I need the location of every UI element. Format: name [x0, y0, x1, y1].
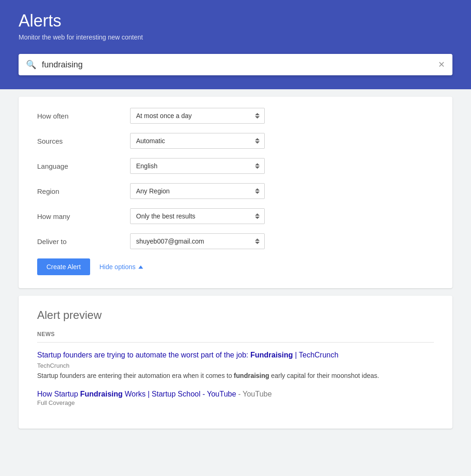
secondary-title-source: - YouTube — [238, 390, 272, 398]
news-source: TechCrunch — [37, 362, 434, 369]
sources-label: Sources — [37, 137, 130, 145]
region-label: Region — [37, 187, 130, 195]
news-desc-bold: fundraising — [234, 372, 269, 379]
deliver-to-select[interactable]: shuyeb007@gmail.com — [130, 233, 265, 249]
action-row: Create Alert Hide options — [37, 258, 434, 275]
region-row: Region Any Region United States United K… — [37, 183, 434, 199]
region-select[interactable]: Any Region United States United Kingdom — [130, 183, 265, 199]
create-alert-button[interactable]: Create Alert — [37, 258, 90, 275]
preview-title: Alert preview — [37, 309, 434, 322]
sources-select[interactable]: Automatic Blogs News Web Video Books Dis… — [130, 133, 265, 149]
news-desc: Startup founders are entering their auto… — [37, 371, 434, 381]
header: Alerts Monitor the web for interesting n… — [0, 0, 471, 54]
clear-icon[interactable]: ✕ — [438, 60, 445, 70]
secondary-title-bold: Fundraising — [80, 390, 123, 398]
language-row: Language English Spanish French German — [37, 158, 434, 174]
news-desc-plain: Startup founders are entering their auto… — [37, 372, 234, 379]
news-title-bold: Fundraising — [250, 351, 293, 359]
news-item-primary: Startup founders are trying to automate … — [37, 350, 434, 381]
page-subtitle: Monitor the web for interesting new cont… — [19, 33, 452, 41]
full-coverage-label: Full Coverage — [37, 399, 434, 406]
how-many-select[interactable]: Only the best results All results — [130, 208, 265, 224]
news-desc-suffix: early capital for their moonshot ideas. — [269, 372, 379, 379]
news-item-title-primary[interactable]: Startup founders are trying to automate … — [37, 350, 434, 360]
hide-options-link[interactable]: Hide options — [99, 263, 143, 271]
hide-options-label: Hide options — [99, 263, 136, 271]
how-many-label: How many — [37, 212, 130, 220]
search-bar-container: 🔍 ✕ — [19, 54, 452, 75]
news-section-label: NEWS — [37, 331, 434, 337]
how-often-select[interactable]: At most once a day As-it-happens At most… — [130, 108, 265, 124]
divider — [37, 342, 434, 343]
search-icon: 🔍 — [26, 60, 36, 70]
up-arrow-icon — [138, 265, 143, 269]
language-select[interactable]: English Spanish French German — [130, 158, 265, 174]
deliver-to-row: Deliver to shuyeb007@gmail.com — [37, 233, 434, 249]
how-many-row: How many Only the best results All resul… — [37, 208, 434, 224]
search-input[interactable] — [42, 60, 438, 70]
how-often-label: How often — [37, 112, 130, 120]
search-bar-section: 🔍 ✕ — [0, 54, 471, 89]
news-item-secondary: How Startup Fundraising Works | Startup … — [37, 390, 434, 406]
how-often-row: How often At most once a day As-it-happe… — [37, 108, 434, 124]
options-panel: How often At most once a day As-it-happe… — [19, 97, 452, 288]
secondary-title-plain: How Startup — [37, 390, 80, 398]
secondary-title-middle: Works | Startup School - YouTube — [123, 390, 238, 398]
news-secondary-title[interactable]: How Startup Fundraising Works | Startup … — [37, 390, 434, 398]
news-title-plain: Startup founders are trying to automate … — [37, 351, 250, 359]
preview-panel: Alert preview NEWS Startup founders are … — [19, 296, 452, 429]
sources-row: Sources Automatic Blogs News Web Video B… — [37, 133, 434, 149]
news-title-suffix: | TechCrunch — [293, 351, 338, 359]
deliver-to-label: Deliver to — [37, 238, 130, 245]
language-label: Language — [37, 162, 130, 170]
page-title: Alerts — [19, 11, 452, 31]
